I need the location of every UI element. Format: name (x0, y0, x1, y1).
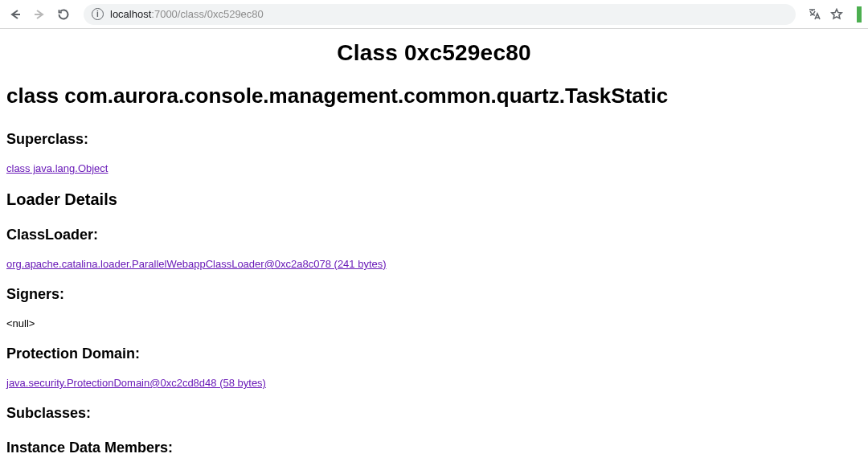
address-bar[interactable]: i localhost:7000/class/0xc529ec80 (84, 4, 796, 25)
page-title: Class 0xc529ec80 (6, 40, 862, 66)
protection-domain-heading: Protection Domain: (6, 345, 862, 362)
superclass-heading: Superclass: (6, 131, 862, 148)
class-qualified-name: class com.aurora.console.management.comm… (6, 84, 862, 108)
back-button[interactable] (6, 6, 24, 23)
site-info-icon[interactable]: i (92, 8, 104, 20)
url-rest: :7000/class/0xc529ec80 (151, 8, 263, 20)
protection-domain-link[interactable]: java.security.ProtectionDomain@0xc2cd8d4… (6, 377, 266, 389)
forward-button[interactable] (31, 6, 48, 23)
page-content: Class 0xc529ec80 class com.aurora.consol… (0, 40, 868, 466)
signers-value: <null> (6, 317, 862, 329)
reload-button[interactable] (55, 6, 72, 23)
signers-heading: Signers: (6, 286, 862, 303)
classloader-heading: ClassLoader: (6, 227, 862, 243)
browser-toolbar: i localhost:7000/class/0xc529ec80 (0, 0, 868, 29)
reload-icon (57, 8, 70, 21)
translate-icon-svg (808, 8, 821, 21)
classloader-link[interactable]: org.apache.catalina.loader.ParallelWebap… (6, 258, 387, 270)
translate-icon[interactable] (807, 7, 821, 22)
bookmark-star-icon[interactable] (829, 7, 844, 22)
loader-details-heading: Loader Details (6, 190, 862, 209)
url-text: localhost:7000/class/0xc529ec80 (110, 8, 264, 20)
superclass-link[interactable]: class java.lang.Object (6, 162, 108, 174)
instance-members-heading: Instance Data Members: (6, 439, 862, 456)
arrow-right-icon (33, 8, 46, 21)
extension-stub-icon[interactable] (857, 6, 862, 22)
star-icon (830, 8, 843, 21)
toolbar-right-icons (807, 6, 862, 22)
arrow-left-icon (9, 8, 22, 21)
url-host: localhost (110, 8, 151, 20)
subclasses-heading: Subclasses: (6, 405, 862, 422)
